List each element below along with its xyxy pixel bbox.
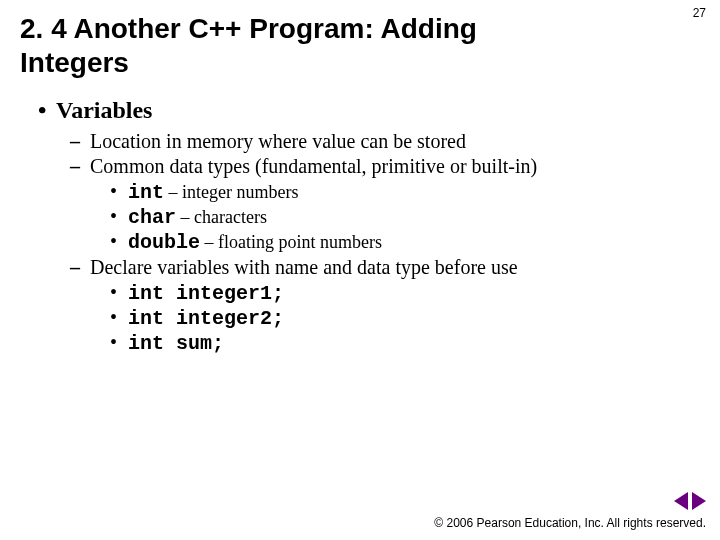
slide: 27 2. 4 Another C++ Program: Adding Inte…	[0, 0, 720, 540]
code-keyword: int	[128, 181, 164, 204]
sub-sub-item: •int integer1;	[110, 281, 700, 305]
dot-marker: •	[110, 205, 128, 228]
dash-marker: –	[70, 155, 90, 178]
heading-text: Variables	[56, 97, 152, 123]
code-declaration: int integer2;	[128, 307, 284, 330]
dash-marker: –	[70, 256, 90, 279]
bullet-marker: •	[38, 97, 56, 124]
sub-text: Location in memory where value can be st…	[90, 130, 466, 152]
code-desc: – integer numbers	[164, 182, 298, 202]
dot-marker: •	[110, 281, 128, 304]
page-number: 27	[693, 6, 706, 20]
dot-marker: •	[110, 306, 128, 329]
sub-sub-item: •double – floating point numbers	[110, 230, 700, 254]
bullet-heading: •Variables	[38, 97, 700, 124]
next-slide-icon[interactable]	[692, 492, 706, 510]
dot-marker: •	[110, 230, 128, 253]
copyright-footer: © 2006 Pearson Education, Inc. All right…	[434, 516, 706, 530]
sub-sub-item: •char – characters	[110, 205, 700, 229]
sub-text: Common data types (fundamental, primitiv…	[90, 155, 537, 177]
sub-sub-item: •int integer2;	[110, 306, 700, 330]
prev-slide-icon[interactable]	[674, 492, 688, 510]
code-desc: – floating point numbers	[200, 232, 382, 252]
sub-item: –Declare variables with name and data ty…	[70, 256, 700, 279]
slide-title: 2. 4 Another C++ Program: Adding Integer…	[20, 12, 580, 79]
slide-content: •Variables –Location in memory where val…	[38, 97, 700, 355]
code-declaration: int sum;	[128, 332, 224, 355]
nav-controls	[674, 492, 706, 510]
sub-sub-item: •int sum;	[110, 331, 700, 355]
sub-sub-item: •int – integer numbers	[110, 180, 700, 204]
code-keyword: char	[128, 206, 176, 229]
code-desc: – characters	[176, 207, 267, 227]
dash-marker: –	[70, 130, 90, 153]
dot-marker: •	[110, 180, 128, 203]
sub-item: –Location in memory where value can be s…	[70, 130, 700, 153]
dot-marker: •	[110, 331, 128, 354]
sub-text: Declare variables with name and data typ…	[90, 256, 518, 278]
sub-item: –Common data types (fundamental, primiti…	[70, 155, 700, 178]
code-declaration: int integer1;	[128, 282, 284, 305]
code-keyword: double	[128, 231, 200, 254]
